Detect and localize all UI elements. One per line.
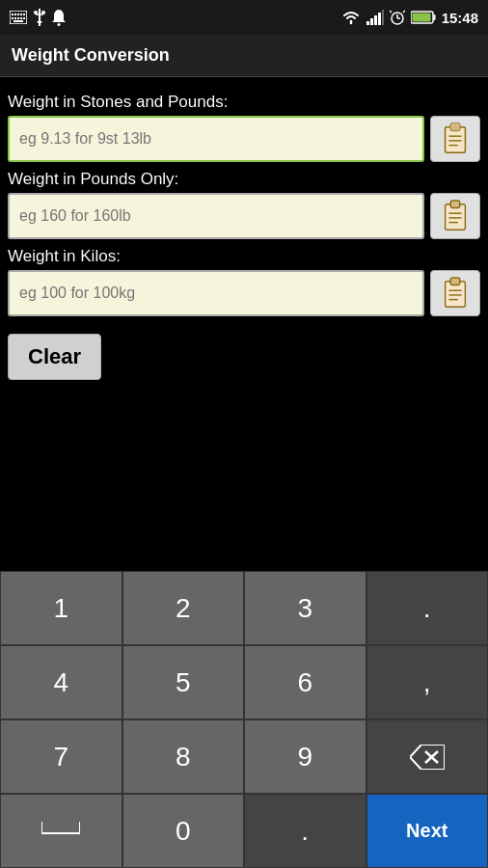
key-comma[interactable]: , [366,645,489,719]
keyboard-icon [10,11,27,24]
clipboard-icon-stones [441,122,470,155]
key-3[interactable]: 3 [244,571,366,645]
keyboard: 1 2 3 . 4 5 6 , 7 8 9 0 [0,571,488,868]
svg-marker-16 [37,21,42,25]
svg-rect-2 [14,14,16,15]
alarm-icon [390,10,405,25]
key-0[interactable]: 0 [122,794,245,868]
svg-rect-21 [378,13,381,25]
key-2[interactable]: 2 [122,571,245,645]
key-row-1: 1 2 3 . [0,571,488,645]
pounds-clipboard-button[interactable] [430,193,480,239]
status-bar: 15:48 [0,0,488,35]
svg-marker-50 [410,745,445,770]
clipboard-icon-pounds [441,200,470,232]
key-row-4: 0 . Next [0,794,488,868]
notification-icon [52,9,66,26]
clock-time: 15:48 [442,10,478,26]
svg-rect-11 [14,20,23,22]
kilos-clipboard-button[interactable] [430,270,480,316]
svg-rect-5 [23,14,25,15]
stones-input-row [8,116,480,162]
clear-button[interactable]: Clear [8,334,101,380]
kilos-input[interactable] [8,270,424,316]
clipboard-icon-kilos [441,277,470,310]
signal-icon [366,10,384,25]
svg-rect-9 [20,17,22,19]
key-5[interactable]: 5 [122,645,245,719]
svg-rect-7 [14,17,16,19]
key-7[interactable]: 7 [0,719,122,794]
key-1[interactable]: 1 [0,571,122,645]
app-title: Weight Conversion [12,45,170,66]
svg-rect-20 [374,15,377,25]
key-8[interactable]: 8 [122,719,245,794]
status-icons-right: 15:48 [341,10,478,26]
kilos-input-row [8,270,480,316]
key-6[interactable]: 6 [244,645,366,719]
svg-rect-29 [433,14,435,20]
key-9[interactable]: 9 [244,719,366,794]
usb-icon [33,9,46,26]
status-icons-left [10,9,66,26]
svg-rect-3 [17,14,19,15]
key-row-3: 7 8 9 [0,719,488,794]
pounds-input[interactable] [8,193,424,239]
svg-rect-39 [450,201,459,208]
stones-input[interactable] [8,116,424,162]
key-backspace[interactable] [366,719,489,794]
stones-clipboard-button[interactable] [430,116,480,162]
svg-rect-34 [450,123,459,131]
svg-rect-1 [12,14,14,15]
key-row-2: 4 5 6 , [0,645,488,719]
svg-rect-30 [412,14,430,22]
stones-label: Weight in Stones and Pounds: [8,93,480,112]
key-4[interactable]: 4 [0,645,122,719]
space-icon [41,822,80,841]
pounds-label: Weight in Pounds Only: [8,170,480,189]
key-space[interactable] [0,794,122,868]
svg-rect-22 [382,10,384,25]
svg-rect-18 [366,21,369,25]
svg-rect-10 [23,17,25,19]
svg-point-17 [58,23,61,26]
pounds-input-row [8,193,480,239]
key-dot-bottom[interactable]: . [244,794,366,868]
wifi-icon [341,10,361,25]
top-bar: Weight Conversion [0,35,488,77]
battery-icon [411,11,436,24]
svg-rect-19 [370,18,373,25]
main-content: Weight in Stones and Pounds: Weight in P… [0,77,488,380]
kilos-label: Weight in Kilos: [8,247,480,266]
svg-rect-8 [17,17,19,19]
svg-point-14 [34,11,38,14]
svg-point-15 [41,11,45,14]
key-dot-top[interactable]: . [366,571,489,645]
svg-line-27 [403,11,405,13]
svg-rect-6 [12,17,14,19]
next-button[interactable]: Next [366,794,489,868]
svg-rect-45 [450,278,459,285]
backspace-icon [410,745,445,770]
svg-rect-4 [20,14,22,15]
svg-line-26 [390,11,392,13]
